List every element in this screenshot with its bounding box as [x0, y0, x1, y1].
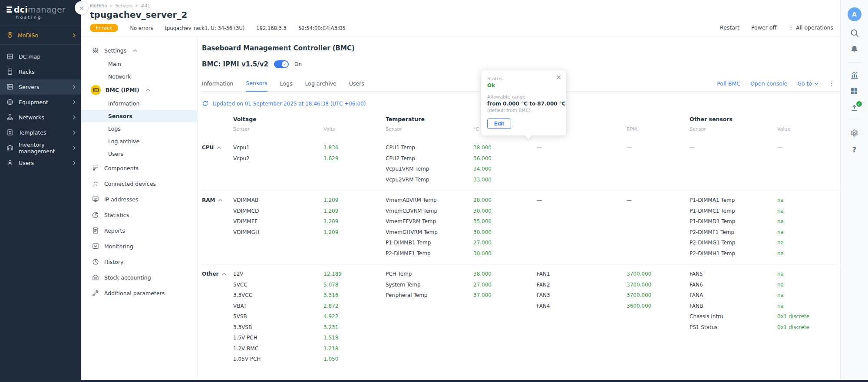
restart-button[interactable]: Restart — [720, 24, 739, 31]
apps-grid-icon[interactable] — [850, 87, 859, 96]
breadcrumb-item[interactable]: #41 — [141, 3, 150, 8]
sensor-value: 1.518 — [323, 333, 386, 343]
tree-item-connected-devices[interactable]: Connected devices — [81, 176, 197, 191]
tree-item-network[interactable]: Network — [81, 70, 197, 83]
tree-item-ip-addresses[interactable]: IPIP addresses — [81, 191, 197, 207]
bmc-version-label: BMC: IPMI v1.5/v2 — [202, 60, 268, 68]
power-off-button[interactable]: Power off — [751, 24, 776, 31]
tree-item-reports[interactable]: Reports — [81, 223, 197, 238]
sensor-name: Vcpu1 — [233, 142, 323, 153]
tab-information[interactable]: Information — [202, 80, 233, 91]
tree-item-statistics[interactable]: Statistics — [81, 207, 197, 223]
tree-item-bmc-ipmi[interactable]: BMC (IPMI) — [81, 83, 197, 97]
sensor-name: VDIMMEF — [233, 216, 323, 227]
sensor-name: FAN4 — [537, 301, 627, 312]
tree-item-additional-parameters[interactable]: Additional parameters — [81, 285, 197, 301]
tree-item-label: IP addresses — [104, 196, 139, 203]
sidebar-item-dc-map[interactable]: DC map — [0, 49, 81, 64]
search-icon[interactable] — [850, 28, 859, 38]
tree-item-main[interactable]: Main — [81, 58, 197, 70]
sensor-value: 1.209 — [323, 206, 386, 217]
sensor-value: 3600.000 — [627, 301, 690, 312]
tree-item-information[interactable]: Information — [81, 97, 197, 110]
sensor-name: VDIMMCD — [233, 206, 323, 217]
breadcrumb-item[interactable]: Servers — [115, 3, 132, 8]
sidebar-item-inventory-management[interactable]: Inventory management — [0, 140, 81, 155]
sidebar-item-equipment[interactable]: Equipment — [0, 95, 81, 110]
tree-item-users[interactable]: Users — [81, 148, 197, 160]
page-header: MoDiSo>Servers>#41 tpugachev_server_2 In… — [81, 0, 840, 37]
tree-item-settings[interactable]: Settings — [81, 43, 197, 58]
sensor-value: 3700.000 — [627, 290, 690, 301]
sidebar-item-location[interactable]: MoDiSo — [0, 26, 81, 45]
sensor-group-label[interactable]: RAM — [202, 195, 233, 206]
sidebar-item-networks[interactable]: Networks — [0, 110, 81, 125]
tree-item-label: Settings — [104, 47, 126, 54]
tree-item-logs[interactable]: Logs — [81, 122, 197, 135]
tab-logs[interactable]: Logs — [280, 80, 293, 91]
open-console-link[interactable]: Open console — [750, 80, 787, 87]
bottom-bar — [0, 380, 868, 382]
go-to-link[interactable]: Go to — [797, 80, 818, 87]
statistics-chart-icon[interactable] — [850, 70, 859, 80]
sidebar-item-users[interactable]: Users — [0, 155, 81, 171]
all-operations-button[interactable]: ⋮All operations — [788, 24, 833, 31]
tree-item-label: Information — [108, 100, 139, 107]
sensor-value: 3700.000 — [627, 269, 690, 280]
sensor-value: 30.000 — [473, 227, 537, 238]
ip-addresses-icon: IP — [92, 196, 99, 203]
tree-item-components[interactable]: Components — [81, 160, 197, 176]
link-label: Poll BMC — [717, 80, 740, 87]
upload-status-icon[interactable]: ✓ — [850, 103, 859, 113]
sensor-name: FAN6 — [690, 280, 777, 290]
bmc-toggle[interactable]: ✓ — [274, 60, 289, 68]
sensor-group-label[interactable]: CPU — [202, 142, 233, 153]
sensor-name: 5VSB — [233, 311, 323, 322]
subcolumn-header: Value — [777, 126, 838, 138]
tree-item-log-archive[interactable]: Log archive — [81, 135, 197, 148]
close-panel-button[interactable]: × — [75, 1, 89, 15]
sensor-value: na — [777, 280, 838, 290]
tab-log-archive[interactable]: Log archive — [305, 80, 337, 91]
popup-range-label: Allowable range — [487, 94, 560, 100]
sidebar-item-templates[interactable]: Templates — [0, 125, 81, 140]
tab-sensors[interactable]: Sensors — [246, 80, 267, 92]
sidebar-item-racks[interactable]: Racks — [0, 64, 81, 79]
tree-item-history[interactable]: History — [81, 254, 197, 270]
tree-item-monitoring[interactable]: Monitoring — [81, 238, 197, 254]
help-icon[interactable]: ? — [852, 145, 857, 154]
statistics-icon — [92, 211, 99, 219]
sensor-value: 1.209 — [323, 216, 386, 227]
sensor-group-label[interactable]: Other — [202, 269, 233, 280]
edit-button[interactable]: Edit — [487, 119, 511, 129]
settings-tree: SettingsMainNetworkBMC (IPMI)Information… — [81, 37, 198, 380]
svg-text:IP: IP — [94, 197, 97, 200]
sensor-value: 12.189 — [323, 269, 386, 280]
tree-item-label: Main — [108, 61, 121, 67]
tree-item-stock-accounting[interactable]: Stock accounting — [81, 270, 197, 285]
sensor-value: 1.836 — [323, 142, 386, 153]
sidebar-item-servers[interactable]: Servers — [0, 79, 81, 95]
sensor-name-column: — — [537, 142, 627, 185]
tab-users[interactable]: Users — [349, 80, 364, 91]
sensor-name: 12V — [233, 269, 323, 280]
sensor-value-column: — — [627, 142, 690, 185]
breadcrumb-item[interactable]: MoDiSo — [90, 3, 107, 8]
column-group-other-sensors: Other sensors — [690, 116, 777, 126]
poll-bmc-link[interactable]: Poll BMC — [717, 80, 740, 87]
sensor-value: 1.209 — [323, 195, 386, 206]
sensor-value: 27.000 — [473, 237, 537, 248]
all-operations-label: All operations — [796, 24, 833, 31]
sidebar-item-label: Users — [19, 160, 34, 166]
servers-icon — [7, 83, 14, 91]
tabs-kebab-icon[interactable]: ⋮ — [828, 80, 834, 87]
settings-gear-icon[interactable] — [850, 129, 859, 138]
sensor-name: VmemABVRM Temp — [386, 195, 473, 206]
tree-item-label: Connected devices — [104, 181, 156, 187]
sensor-name: 3.3VSB — [233, 322, 323, 333]
notifications-bell-icon[interactable] — [850, 45, 859, 54]
avatar[interactable]: A — [848, 7, 861, 21]
tree-item-sensors[interactable]: Sensors — [81, 110, 197, 122]
close-icon[interactable]: × — [556, 74, 561, 81]
brand-name-bold: dci — [14, 5, 28, 14]
